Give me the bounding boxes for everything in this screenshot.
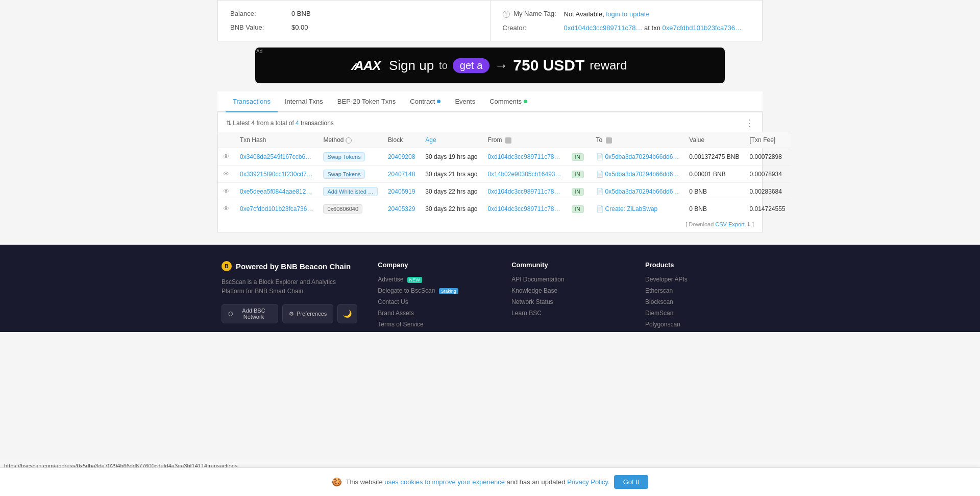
from-link-0[interactable]: 0xd104dc3cc989711c78… (487, 153, 560, 160)
footer-link-knowledge[interactable]: Knowledge Base (511, 287, 625, 294)
table-footer: [ Download CSV Export ⬇ ] (218, 217, 762, 232)
col-value: Value (684, 132, 744, 148)
footer-link-api-docs[interactable]: API Documentation (511, 276, 625, 283)
to-link-2[interactable]: 0x5dba3da70294b66dd6… (605, 188, 679, 195)
tab-transactions[interactable]: Transactions (226, 91, 278, 112)
col-method: Method i (318, 132, 382, 148)
from-link-1[interactable]: 0x14b02e90305cb16493… (487, 171, 561, 178)
contract-dot (437, 100, 440, 103)
tab-events[interactable]: Events (448, 91, 482, 112)
method-info-icon[interactable]: i (346, 137, 352, 144)
to-link-1[interactable]: 0x5dba3da70294b66dd6… (605, 171, 679, 178)
footer-link-brand[interactable]: Brand Assets (378, 310, 491, 317)
eye-icon-2[interactable]: 👁 (223, 187, 230, 195)
value-0: 0.001372475 BNB (684, 148, 744, 166)
cookie-banner: 🍪 This website uses cookies to improve y… (0, 467, 980, 496)
txn-hash-link-3[interactable]: 0xe7cfdbd101b23fca736… (240, 205, 313, 212)
from-link-2[interactable]: 0xd104dc3cc989711c78… (487, 188, 560, 195)
table-row: 👁 0xe7cfdbd101b23fca736… 0x60806040 2040… (218, 200, 791, 218)
footer-products-title: Products (645, 261, 758, 269)
txn-hash-link-0[interactable]: 0x3408da2549f167ccb6… (240, 153, 311, 160)
footer-company-title: Company (378, 261, 491, 269)
footer-link-etherscan[interactable]: Etherscan (645, 287, 758, 294)
col-age: Age (420, 132, 482, 148)
block-link-1[interactable]: 20407148 (388, 171, 415, 178)
staking-badge: Staking (439, 288, 458, 294)
doc-icon: 📄 (596, 171, 604, 178)
creator-address-link[interactable]: 0xd104dc3cc989711c78… (564, 24, 643, 32)
from-filter-icon[interactable] (505, 137, 511, 144)
to-link-3[interactable]: Create: ZiLabSwap (605, 205, 658, 212)
footer-link-network-status[interactable]: Network Status (511, 298, 625, 305)
eye-icon-0[interactable]: 👁 (223, 153, 230, 160)
value-3: 0 BNB (684, 200, 744, 218)
to-cell-1: 📄0x5dba3da70294b66dd6… (596, 171, 679, 178)
cookie-policy-link[interactable]: uses cookies to improve your experience (384, 478, 505, 486)
dark-mode-toggle[interactable]: 🌙 (337, 304, 357, 323)
footer-link-dev-apis[interactable]: Developer APIs (645, 276, 758, 283)
footer-community-title: Community (511, 261, 625, 269)
age-3: 30 days 22 hrs ago (420, 200, 482, 218)
network-icon: ⬡ (228, 311, 233, 317)
sort-icon: ⇅ (226, 120, 231, 127)
footer-products: Products Developer APIs Etherscan Blocks… (645, 261, 758, 332)
block-link-0[interactable]: 20409208 (388, 153, 415, 160)
creator-value: 0xd104dc3cc989711c78… at txn 0xe7cfdbd10… (564, 24, 742, 32)
to-link-0[interactable]: 0x5dba3da70294b66dd6… (605, 153, 679, 160)
name-tag-value: Not Available, login to update (564, 10, 650, 18)
block-link-2[interactable]: 20405919 (388, 188, 415, 195)
method-badge: Swap Tokens (323, 170, 364, 179)
footer-link-blockscan[interactable]: Blockscan (645, 298, 758, 305)
txn-count-link[interactable]: 4 (296, 120, 299, 127)
txn-hash-link-2[interactable]: 0xe5deea5f0844aae812… (240, 188, 312, 195)
eye-icon-1[interactable]: 👁 (223, 170, 230, 178)
age-1: 30 days 21 hrs ago (420, 166, 482, 183)
footer-link-contact[interactable]: Contact Us (378, 298, 491, 305)
txn-fee-0: 0.00072898 (744, 148, 790, 166)
from-link-3[interactable]: 0xd104dc3cc989711c78… (487, 205, 560, 212)
new-badge: NEW (407, 277, 422, 283)
bnb-logo-icon: B (222, 261, 232, 271)
transactions-table-section: ⇅ Latest 4 from a total of 4 transaction… (217, 112, 763, 232)
footer-link-polygonscan[interactable]: Polygonscan (645, 321, 758, 328)
footer-brand: B Powered by BNB Beacon Chain BscScan is… (222, 261, 357, 332)
footer-brand-title-text: Powered by BNB Beacon Chain (236, 262, 351, 271)
footer-link-delegate[interactable]: Delegate to BscScan Staking (378, 287, 491, 294)
name-tag-label: ? My Name Tag: (503, 10, 564, 18)
got-it-button[interactable]: Got It (614, 475, 649, 489)
table-info: ⇅ Latest 4 from a total of 4 transaction… (226, 120, 334, 127)
tab-internal-txns[interactable]: Internal Txns (278, 91, 330, 112)
tab-bep20[interactable]: BEP-20 Token Txns (330, 91, 403, 112)
txn-hash-link-1[interactable]: 0x339215f90cc1f230cd7… (240, 171, 313, 178)
privacy-policy-link[interactable]: Privacy Policy. (567, 478, 610, 486)
table-row: 👁 0x339215f90cc1f230cd7… Swap Tokens 204… (218, 166, 791, 183)
preferences-btn[interactable]: ⚙ Preferences (282, 304, 333, 323)
footer-link-diemscan[interactable]: DiemScan (645, 310, 758, 317)
preferences-icon: ⚙ (289, 311, 294, 317)
footer-link-terms[interactable]: Terms of Service (378, 321, 491, 328)
login-link[interactable]: login to update (606, 10, 649, 18)
csv-export-link[interactable]: CSV Export (715, 221, 744, 227)
footer-company: Company Advertise NEW Delegate to BscSca… (378, 261, 491, 332)
table-more-options[interactable]: ⋮ (745, 119, 754, 128)
tab-contract[interactable]: Contract (403, 91, 448, 112)
value-2: 0 BNB (684, 183, 744, 200)
footer-link-advertise[interactable]: Advertise NEW (378, 276, 491, 283)
table-row: 👁 0x3408da2549f167ccb6… Swap Tokens 2040… (218, 148, 791, 166)
add-bsc-network-btn[interactable]: ⬡ Add BSC Network (222, 304, 278, 323)
footer-link-learn-bsc[interactable]: Learn BSC (511, 310, 625, 317)
comments-dot (524, 100, 527, 103)
balance-card: Balance: 0 BNB BNB Value: $0.00 (218, 1, 491, 41)
creator-label: Creator: (503, 24, 564, 32)
tab-comments[interactable]: Comments (482, 91, 534, 112)
creator-txn-link[interactable]: 0xe7cfdbd101b23fca736… (663, 24, 742, 32)
block-link-3[interactable]: 20405329 (388, 205, 415, 212)
ad-banner[interactable]: Ad ⁄⁄AAX Sign up to get a → 750 USDT rew… (255, 48, 725, 83)
to-filter-icon[interactable] (606, 137, 612, 144)
eye-icon-3[interactable]: 👁 (223, 205, 230, 212)
balance-label: Balance: (230, 10, 291, 17)
txn-fee-1: 0.00078934 (744, 166, 790, 183)
info-icon[interactable]: ? (503, 11, 510, 18)
doc-icon: 📄 (596, 153, 604, 160)
footer-brand-desc: BscScan is a Block Explorer and Analytic… (222, 277, 357, 296)
